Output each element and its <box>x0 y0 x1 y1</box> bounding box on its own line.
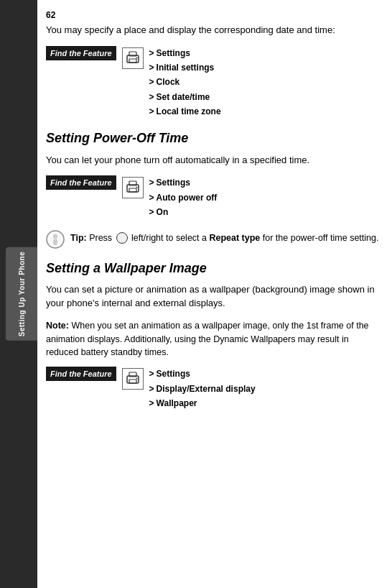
tip-icon <box>46 230 65 253</box>
find-feature-label-1: Find the Feature <box>46 46 116 60</box>
sidebar-label: Setting Up Your Phone <box>18 252 26 336</box>
path-2: >Settings >Auto power off >On <box>149 175 218 219</box>
section-title-2: Setting Power-Off Time <box>46 130 381 147</box>
intro-text-3: You can set a picture or animation as a … <box>46 282 381 311</box>
path-3: >Settings >Display/External display >Wal… <box>149 367 256 410</box>
svg-point-3 <box>136 57 137 58</box>
note-body: When you set an animation as a wallpaper… <box>46 321 369 358</box>
note-label: Note: <box>46 321 69 331</box>
find-feature-box-2: Find the Feature >Settings >Auto power o… <box>46 175 381 219</box>
svg-point-15 <box>136 378 137 380</box>
printer-icon-1 <box>122 47 144 69</box>
nav-circle-icon <box>116 232 128 244</box>
printer-icon-2 <box>122 177 144 198</box>
svg-point-7 <box>136 187 137 188</box>
svg-point-9 <box>53 234 57 239</box>
main-content: 62 You may specify a place and display t… <box>37 0 392 588</box>
find-feature-box-1: Find the Feature >Settings >Initial sett… <box>46 46 381 119</box>
find-feature-label-3: Find the Feature <box>46 367 116 381</box>
sidebar-tab: Setting Up Your Phone <box>6 247 37 341</box>
path-1: >Settings >Initial settings >Clock >Set … <box>149 46 221 119</box>
printer-icon-3 <box>122 368 144 390</box>
intro-text-1: You may specify a place and display the … <box>46 23 381 37</box>
find-feature-label-2: Find the Feature <box>46 175 116 190</box>
tip-box: Tip: Press left/right to select a Repeat… <box>46 231 381 253</box>
page-number: 62 <box>46 10 381 20</box>
tip-text: Tip: Press left/right to select a Repeat… <box>70 231 378 245</box>
note-text: Note: When you set an animation as a wal… <box>46 319 381 359</box>
section-title-3: Setting a Wallpaper Image <box>46 260 381 277</box>
intro-text-2: You can let your phone turn off automati… <box>46 153 381 167</box>
sidebar: Setting Up Your Phone <box>0 0 37 588</box>
find-feature-box-3: Find the Feature >Settings >Display/Exte… <box>46 367 381 410</box>
